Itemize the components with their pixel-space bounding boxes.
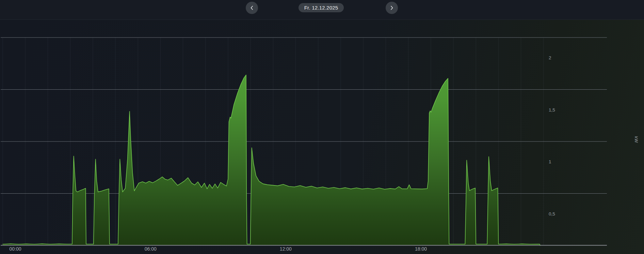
y-axis-unit-label: kW bbox=[634, 136, 639, 143]
next-day-button[interactable] bbox=[386, 2, 398, 14]
power-day-chart[interactable]: 00:0006:0012:0018:0021,510,5 kW bbox=[0, 0, 644, 254]
y-axis-tick-label: 0,5 bbox=[549, 211, 555, 216]
chevron-right-icon bbox=[389, 5, 395, 11]
date-navigation-bar: Fr. 12.12.2025 bbox=[0, 0, 644, 20]
power-area-chart-canvas[interactable] bbox=[0, 0, 644, 254]
y-axis-tick-label: 1 bbox=[549, 159, 551, 164]
chevron-left-icon bbox=[249, 5, 255, 11]
x-axis-tick-label: 12:00 bbox=[280, 246, 292, 252]
x-axis-tick-label: 06:00 bbox=[145, 246, 157, 252]
previous-day-button[interactable] bbox=[246, 2, 258, 14]
x-axis-tick-label: 18:00 bbox=[415, 246, 427, 252]
date-display[interactable]: Fr. 12.12.2025 bbox=[299, 3, 344, 12]
date-label: Fr. 12.12.2025 bbox=[304, 5, 338, 11]
x-axis-tick-label: 00:00 bbox=[9, 246, 21, 252]
y-axis-tick-label: 1,5 bbox=[549, 107, 555, 113]
y-axis-tick-label: 2 bbox=[549, 55, 551, 60]
